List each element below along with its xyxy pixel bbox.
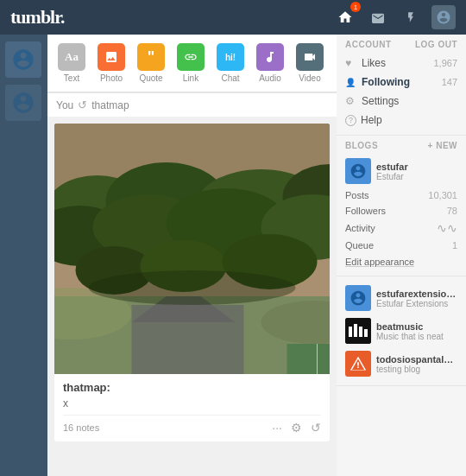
queue-stat: Queue 1 (345, 238, 457, 253)
link-icon (177, 43, 205, 71)
lightning-icon[interactable] (399, 5, 423, 29)
svg-rect-19 (287, 344, 331, 374)
main-blog-item[interactable]: estufar Estufar (345, 155, 457, 187)
followers-stat: Followers 78 (345, 203, 457, 219)
logo: tumblr. (10, 6, 64, 29)
post-card: thatmap: x 16 notes ··· ⚙ ↺ (54, 124, 330, 441)
followers-label: Followers (345, 206, 386, 216)
posts-value: 10,301 (428, 190, 457, 200)
queue-label: Queue (345, 240, 374, 251)
home-icon[interactable]: 1 (333, 5, 357, 29)
main-blog-avatar (345, 158, 371, 184)
help-icon: ? (345, 115, 356, 126)
svg-rect-22 (349, 327, 352, 337)
svg-rect-24 (359, 327, 362, 337)
activity-label: Activity (345, 223, 375, 233)
post-image (54, 124, 330, 374)
svg-point-18 (89, 270, 296, 305)
post-type-video[interactable]: Video (296, 43, 324, 83)
new-blog-button[interactable]: + New (428, 141, 457, 150)
other-blog-0-subtitle: Estufar Extensions (376, 299, 457, 308)
header: tumblr. 1 (0, 0, 466, 35)
quote-icon: " (137, 43, 165, 71)
other-blog-2-avatar (345, 351, 371, 377)
sidebar-item-following[interactable]: 👤 Following 147 (345, 73, 457, 92)
post-action-icons: ··· ⚙ ↺ (272, 421, 321, 435)
activity-wave: ∿∿ (437, 221, 457, 235)
chat-icon: hi! (217, 43, 244, 71)
logout-button[interactable]: Log out (415, 40, 457, 49)
svg-rect-12 (132, 305, 244, 374)
right-sidebar: ACCOUNT Log out ♥ Likes 1,967 👤 Followin… (337, 35, 466, 476)
reblog-blog-name: thatmap (91, 99, 129, 111)
text-icon: Aa (58, 43, 85, 71)
posts-stat: Posts 10,301 (345, 187, 457, 203)
reblog-icon: ↺ (78, 98, 87, 111)
reblog-you-label: You (56, 99, 73, 111)
chat-label: Chat (221, 73, 239, 83)
video-label: Video (299, 73, 320, 83)
left-sidebar (0, 35, 47, 476)
followers-value: 78 (447, 206, 457, 216)
reblog-bar: You ↺ thatmap (47, 92, 337, 117)
following-label: Following (362, 76, 410, 88)
sidebar-item-likes[interactable]: ♥ Likes 1,967 (345, 54, 457, 73)
other-blog-0-name: estufarextensions (376, 289, 457, 299)
user-avatar-secondary[interactable] (5, 85, 41, 121)
post-type-audio[interactable]: Audio (256, 43, 284, 83)
help-label: Help (361, 114, 382, 126)
other-blog-1-subtitle: Music that is neat (376, 332, 457, 341)
settings-sidebar-icon: ⚙ (345, 95, 357, 107)
reblog-action-icon[interactable]: ↺ (311, 421, 321, 435)
edit-appearance-link[interactable]: Edit appearance (345, 253, 457, 270)
user-avatar-main[interactable] (5, 41, 41, 78)
center-content: Aa Text Photo " Quote Link (47, 35, 337, 476)
main-blog-subtitle: Estufar (376, 172, 457, 181)
notification-badge: 1 (350, 2, 361, 12)
other-blog-2[interactable]: todosiospantalo... testing blog (345, 347, 457, 380)
other-blog-2-subtitle: testing blog (376, 365, 457, 374)
other-blog-1-avatar (345, 318, 371, 344)
other-blog-2-name: todosiospantalo... (376, 354, 457, 365)
other-blogs-section: estufarextensions Estufar Extensions (337, 276, 466, 386)
blogs-label: BLOGS (345, 141, 378, 150)
main-layout: Aa Text Photo " Quote Link (0, 35, 466, 476)
audio-icon (256, 43, 284, 71)
mail-icon[interactable] (366, 5, 390, 29)
other-blog-1[interactable]: beatmusic Music that is neat (345, 314, 457, 347)
post-type-quote[interactable]: " Quote (137, 43, 165, 83)
other-blog-0-avatar (345, 285, 371, 311)
svg-rect-25 (364, 329, 368, 337)
sidebar-item-settings[interactable]: ⚙ Settings (345, 92, 457, 111)
post-blog-name: thatmap: (63, 381, 321, 394)
queue-value: 1 (452, 240, 457, 251)
photo-icon (98, 43, 125, 71)
settings-label: Settings (362, 95, 399, 107)
following-icon: 👤 (345, 78, 357, 87)
post-type-text[interactable]: Aa Text (58, 43, 85, 83)
quote-label: Quote (139, 73, 162, 83)
post-actions: 16 notes ··· ⚙ ↺ (63, 415, 321, 435)
sidebar-item-help[interactable]: ? Help (345, 111, 457, 130)
activity-stat: Activity ∿∿ (345, 219, 457, 238)
main-blog-name: estufar (376, 162, 457, 172)
post-footer: thatmap: x 16 notes ··· ⚙ ↺ (54, 374, 330, 441)
other-blog-1-name: beatmusic (376, 321, 457, 332)
post-type-photo[interactable]: Photo (98, 43, 125, 83)
video-icon (296, 43, 324, 71)
post-tag: x (63, 397, 321, 409)
svg-rect-23 (354, 324, 357, 337)
post-type-chat[interactable]: hi! Chat (217, 43, 244, 83)
settings-icon[interactable]: ⚙ (291, 421, 302, 435)
text-label: Text (64, 73, 79, 83)
account-section: ACCOUNT Log out ♥ Likes 1,967 👤 Followin… (337, 35, 466, 136)
other-blog-0[interactable]: estufarextensions Estufar Extensions (345, 282, 457, 314)
create-post-bar: Aa Text Photo " Quote Link (47, 35, 337, 92)
audio-label: Audio (259, 73, 281, 83)
post-type-link[interactable]: Link (177, 43, 205, 83)
more-options-icon[interactable]: ··· (272, 421, 282, 435)
blogs-section: BLOGS + New estufar Estufar Posts 10,301… (337, 136, 466, 276)
user-avatar-header[interactable] (431, 5, 456, 29)
likes-count: 1,967 (433, 58, 457, 68)
following-count: 147 (442, 77, 457, 87)
